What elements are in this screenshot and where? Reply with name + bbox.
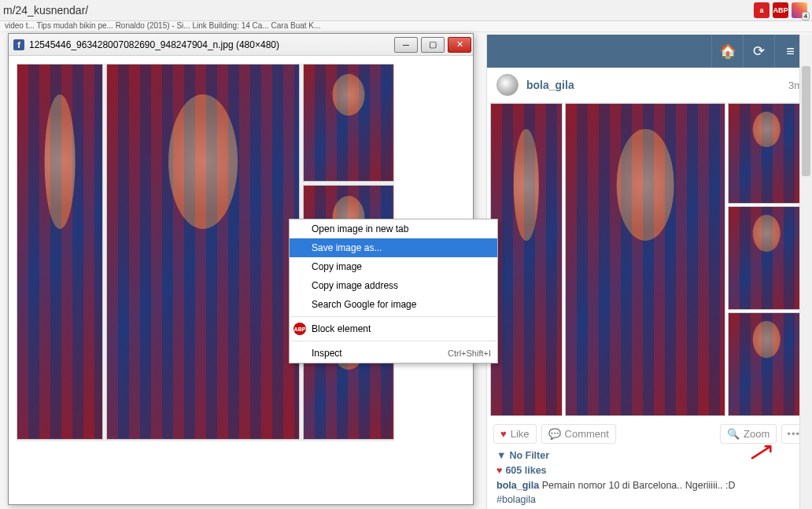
- extension-abp-icon[interactable]: ABP: [773, 2, 788, 18]
- zoom-label: Zoom: [744, 428, 770, 440]
- ctx-copy-image[interactable]: Copy image: [290, 257, 497, 276]
- filter-label[interactable]: No Filter: [509, 450, 549, 461]
- zoom-button[interactable]: 🔍 Zoom: [720, 424, 777, 444]
- post-image[interactable]: [490, 103, 809, 416]
- hashtag[interactable]: #bolagila: [496, 494, 536, 505]
- ctx-separator: [290, 341, 496, 341]
- ctx-open-image-new-tab[interactable]: Open image in new tab: [290, 219, 497, 238]
- collage-photo: [728, 206, 805, 310]
- caption-username[interactable]: bola_gila: [496, 480, 539, 491]
- url-fragment: m/24_kusnendar/: [0, 4, 88, 17]
- caption-text: Pemain nomor 10 di Barcelona.. Ngeriiiii…: [542, 480, 736, 491]
- username[interactable]: bola_gila: [526, 79, 788, 91]
- comment-button[interactable]: 💬 Comment: [541, 424, 616, 444]
- comment-label: Comment: [565, 428, 609, 440]
- extension-badge: 4: [802, 12, 810, 20]
- context-menu: Open image in new tab Save image as... C…: [289, 219, 498, 363]
- collage-photo: [17, 64, 103, 440]
- instagram-header: 🏠 ⟳ ≡: [487, 35, 812, 68]
- scrollbar-thumb[interactable]: [802, 66, 810, 176]
- ctx-separator: [290, 316, 496, 317]
- likes-count[interactable]: 605 likes: [505, 465, 546, 476]
- window-titlebar[interactable]: f 12545446_963428007082690_948247904_n.j…: [9, 34, 473, 56]
- comment-icon: 💬: [548, 428, 561, 440]
- ctx-block-element-label: Block element: [312, 323, 371, 334]
- collage-photo: [303, 64, 394, 182]
- collage-photo: [728, 103, 805, 204]
- ctx-inspect[interactable]: Inspect Ctrl+Shift+I: [290, 344, 497, 363]
- vertical-scrollbar[interactable]: [799, 35, 812, 509]
- collage-photo: [565, 103, 725, 416]
- filter-icon: ▼: [496, 450, 506, 461]
- ctx-block-element[interactable]: ABP Block element: [290, 319, 497, 338]
- heart-icon: ♥: [496, 465, 502, 476]
- heart-icon: ♥: [500, 428, 507, 440]
- window-minimize-button[interactable]: ─: [394, 37, 418, 53]
- ctx-copy-image-address[interactable]: Copy image address: [290, 276, 497, 295]
- annotation-arrow-icon: [751, 444, 777, 459]
- search-icon: 🔍: [727, 428, 740, 440]
- collage-photo: [728, 312, 805, 416]
- bookmarks-bar[interactable]: video t... Tips mudah bikin pe... Ronald…: [0, 21, 812, 32]
- extension-avira-icon[interactable]: a: [754, 2, 770, 18]
- window-maximize-button[interactable]: ▢: [421, 37, 445, 53]
- instagram-panel: 🏠 ⟳ ≡ bola_gila 3m ♥ Like 💬 Comment 🔍 Zo…: [486, 35, 812, 509]
- like-button[interactable]: ♥ Like: [493, 424, 537, 444]
- window-close-button[interactable]: ✕: [448, 37, 471, 53]
- ctx-search-google-image[interactable]: Search Google for image: [290, 295, 497, 314]
- collage-photo: [106, 64, 300, 440]
- facebook-favicon-icon: f: [13, 39, 24, 50]
- abp-icon: ABP: [293, 323, 306, 335]
- avatar[interactable]: [496, 74, 519, 96]
- post-header: bola_gila 3m: [487, 68, 812, 103]
- extension-instagram-icon[interactable]: 4: [792, 2, 807, 18]
- refresh-icon[interactable]: ⟳: [743, 35, 774, 68]
- window-title: 12545446_963428007082690_948247904_n.jpg…: [29, 39, 393, 50]
- like-label: Like: [511, 428, 530, 440]
- ctx-inspect-shortcut: Ctrl+Shift+I: [448, 349, 491, 358]
- collage-photo: [490, 103, 563, 416]
- ctx-save-image-as[interactable]: Save image as...: [290, 238, 497, 257]
- home-icon[interactable]: 🏠: [711, 35, 743, 68]
- ctx-inspect-label: Inspect: [312, 348, 342, 359]
